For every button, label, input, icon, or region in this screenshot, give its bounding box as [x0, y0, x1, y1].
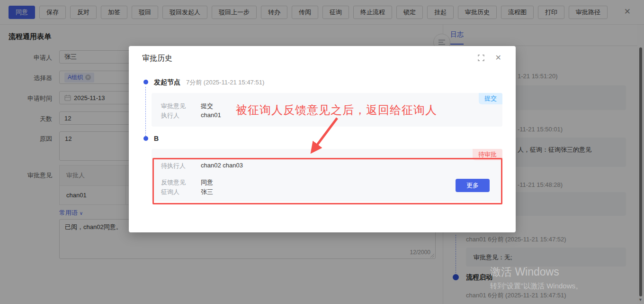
- timeline-connector: [145, 87, 146, 136]
- node-title-text: 发起节点: [154, 78, 180, 86]
- node-time: 7分前 (2025-11-21 15:47:51): [186, 79, 264, 86]
- app-root: 同意 保存 反对 加签 驳回 驳回发起人 驳回上一步 转办 传阅 征询 终止流程…: [0, 0, 644, 304]
- timeline-node-title: B: [154, 135, 159, 142]
- annotation-text: 被征询人反馈意见之后，返回给征询人: [236, 102, 437, 118]
- status-badge-submit: 提交: [479, 93, 502, 104]
- timeline-node-title: 发起节点7分前 (2025-11-21 15:47:51): [154, 78, 264, 87]
- approval-history-modal: 审批历史 ✕ 发起节点7分前 (2025-11-21 15:47:51) 提交 …: [129, 46, 516, 232]
- row-value: 提交: [201, 102, 213, 111]
- row-value: chan01: [201, 111, 221, 120]
- modal-close-icon[interactable]: ✕: [495, 53, 501, 62]
- row-label: 执行人: [161, 111, 191, 120]
- fullscreen-icon[interactable]: [478, 55, 484, 63]
- timeline-dot: [143, 136, 148, 141]
- annotation-rectangle: [152, 158, 502, 204]
- modal-title: 审批历史: [142, 54, 172, 64]
- timeline-dot: [143, 80, 148, 84]
- row-label: 审批意见: [161, 102, 191, 111]
